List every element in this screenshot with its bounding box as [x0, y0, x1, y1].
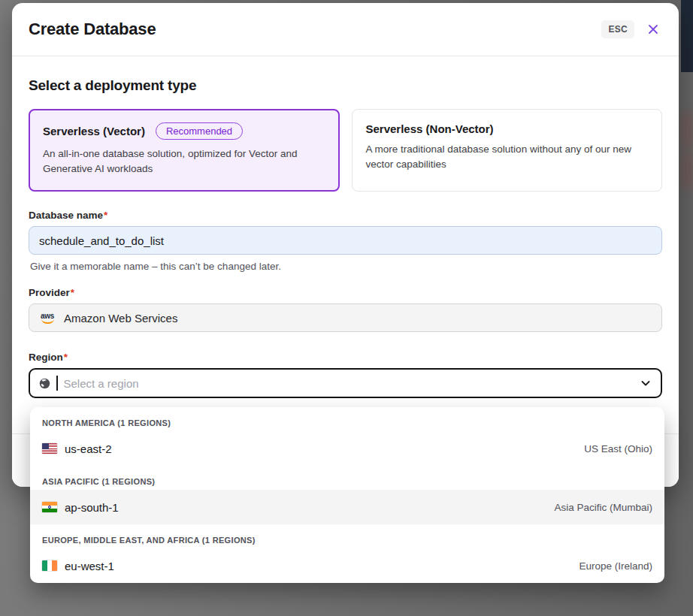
modal-header: Create Database ESC [12, 3, 679, 56]
label-text: Region [29, 352, 63, 363]
label-text: Provider [29, 287, 70, 298]
provider-value: Amazon Web Services [64, 312, 177, 325]
ireland-flag-icon [42, 560, 57, 571]
region-location: Europe (Ireland) [579, 560, 652, 572]
modal-header-actions: ESC [601, 20, 662, 38]
database-name-label: Database name* [29, 210, 662, 221]
region-option-us-east-2[interactable]: us-east-2 US East (Ohio) [30, 431, 664, 466]
database-name-helper: Give it a memorable name – this can’t be… [30, 261, 662, 272]
region-placeholder: Select a region [64, 377, 139, 390]
region-label: Region* [29, 352, 662, 363]
required-marker: * [64, 352, 68, 363]
database-name-input[interactable] [29, 226, 662, 255]
region-code: eu-west-1 [65, 560, 114, 572]
card-title: Serverless (Non-Vector) [366, 122, 494, 135]
region-location: Asia Pacific (Mumbai) [554, 502, 652, 513]
deployment-option-serverless-non-vector[interactable]: Serverless (Non-Vector) A more tradition… [352, 109, 663, 192]
card-header: Serverless (Vector) Recommended [43, 122, 325, 140]
close-button[interactable] [644, 20, 662, 38]
region-dropdown: NORTH AMERICA (1 REGIONS) us-east-2 US E… [30, 407, 664, 583]
background-page-fragment [681, 0, 693, 72]
globe-icon [39, 378, 50, 389]
background-blur-fragment [682, 113, 693, 147]
card-header: Serverless (Non-Vector) [366, 122, 649, 135]
deployment-options: Serverless (Vector) Recommended An all-i… [29, 109, 662, 192]
recommended-badge: Recommended [156, 122, 243, 140]
modal-body: Select a deployment type Serverless (Vec… [12, 56, 679, 398]
region-group-header-emea: EUROPE, MIDDLE EAST, AND AFRICA (1 REGIO… [30, 524, 664, 548]
modal-title: Create Database [29, 20, 156, 39]
esc-badge: ESC [601, 20, 634, 38]
region-group-header-north-america: NORTH AMERICA (1 REGIONS) [30, 407, 664, 431]
required-marker: * [104, 210, 107, 221]
deployment-option-serverless-vector[interactable]: Serverless (Vector) Recommended An all-i… [29, 109, 340, 192]
deployment-heading: Select a deployment type [29, 77, 662, 94]
close-icon [646, 22, 661, 37]
card-description: A more traditional database solution wit… [366, 142, 637, 173]
region-code: us-east-2 [65, 442, 112, 455]
region-code: ap-south-1 [65, 501, 119, 514]
card-title: Serverless (Vector) [43, 125, 145, 137]
required-marker: * [71, 287, 74, 298]
text-cursor [56, 376, 58, 391]
us-flag-icon [42, 443, 57, 454]
chevron-down-icon[interactable] [640, 377, 652, 389]
provider-field[interactable]: aws Amazon Web Services [29, 303, 662, 332]
region-option-eu-west-1[interactable]: eu-west-1 Europe (Ireland) [30, 548, 664, 583]
region-option-ap-south-1[interactable]: ap-south-1 Asia Pacific (Mumbai) [30, 490, 664, 524]
india-flag-icon [42, 502, 57, 512]
region-group-header-asia-pacific: ASIA PACIFIC (1 REGIONS) [30, 466, 664, 490]
card-description: An all-in-one database solution, optimiz… [43, 146, 313, 177]
background-blur-fragment [682, 154, 693, 189]
label-text: Database name [29, 210, 103, 221]
aws-logo-icon: aws [38, 313, 56, 324]
provider-label: Provider* [29, 287, 662, 298]
region-combobox[interactable]: Select a region [29, 368, 662, 398]
region-location: US East (Ohio) [584, 443, 652, 454]
